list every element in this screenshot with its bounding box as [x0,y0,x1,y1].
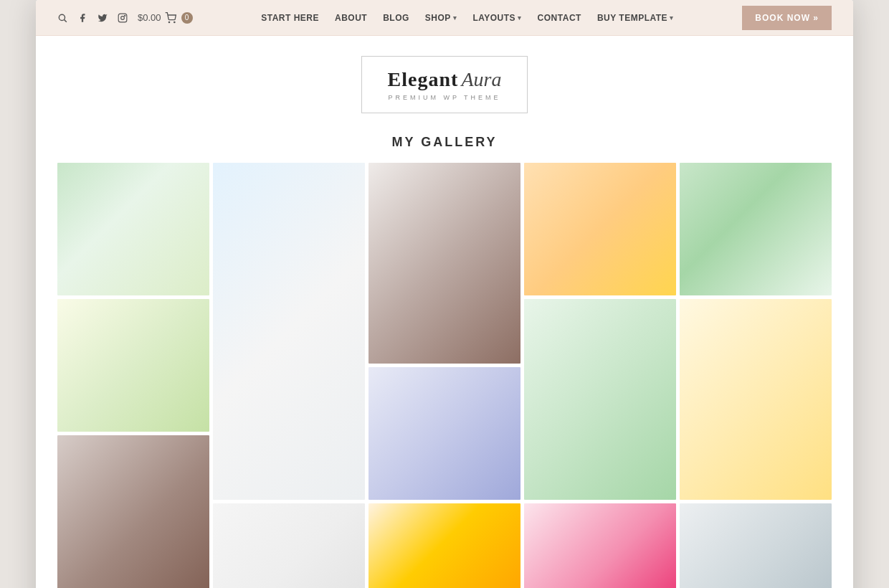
nav-layouts[interactable]: LAYOUTS ▾ [472,13,521,23]
gallery-item[interactable] [524,503,676,588]
svg-point-4 [125,15,125,16]
svg-point-5 [168,22,169,22]
nav-buy-template[interactable]: BUY TEMPLATE ▾ [597,13,674,23]
svg-line-1 [65,19,67,22]
gallery-item[interactable] [680,163,832,295]
nav-blog[interactable]: BLOG [383,13,409,23]
logo-subtitle: PREMIUM WP THEME [388,94,502,101]
svg-point-3 [121,16,125,19]
gallery-section: MY GALLERY [36,128,853,588]
gallery-item[interactable] [213,163,365,500]
logo-aura: Aura [461,68,501,91]
gallery-item[interactable] [213,503,365,588]
price-cart[interactable]: $0.00 0 [138,12,193,24]
top-bar-left: $0.00 0 [57,12,193,24]
nav-about[interactable]: ABOUT [335,13,367,23]
gallery-item[interactable] [369,503,520,588]
gallery-item[interactable] [524,163,676,295]
facebook-icon[interactable] [77,13,87,23]
instagram-icon[interactable] [118,13,128,23]
gallery-item[interactable] [369,367,520,500]
shop-chevron-icon: ▾ [453,14,457,22]
gallery-item[interactable] [369,163,520,364]
book-now-button[interactable]: BOOK NOW » [742,6,832,30]
search-icon[interactable] [57,13,67,23]
svg-point-6 [173,22,174,22]
buy-template-chevron-icon: ▾ [670,14,674,22]
gallery-item[interactable] [57,435,209,588]
gallery-item[interactable] [57,163,209,295]
nav-contact[interactable]: CONTACT [538,13,581,23]
gallery-item[interactable] [57,299,209,432]
svg-point-0 [59,14,65,20]
gallery-item[interactable] [524,299,676,500]
logo-text: Elegant Aura [388,68,502,91]
price: $0.00 [138,12,161,23]
gallery-grid [57,163,832,588]
main-nav: START HERE ABOUT BLOG SHOP ▾ LAYOUTS ▾ C… [261,13,673,23]
gallery-item[interactable] [680,503,832,588]
logo-elegant: Elegant [388,68,459,91]
logo-box: Elegant Aura PREMIUM WP THEME [361,56,528,113]
nav-shop[interactable]: SHOP ▾ [425,13,457,23]
nav-start-here[interactable]: START HERE [261,13,319,23]
layouts-chevron-icon: ▾ [518,14,522,22]
browser-window: $0.00 0 START HERE ABOUT BLOG SHOP ▾ [36,0,853,588]
gallery-item[interactable] [680,299,832,500]
gallery-title: MY GALLERY [57,135,832,150]
cart-badge: 0 [181,12,193,24]
top-bar: $0.00 0 START HERE ABOUT BLOG SHOP ▾ [36,0,853,36]
logo-area: Elegant Aura PREMIUM WP THEME [36,36,853,128]
twitter-icon[interactable] [98,13,108,23]
svg-rect-2 [118,14,127,22]
